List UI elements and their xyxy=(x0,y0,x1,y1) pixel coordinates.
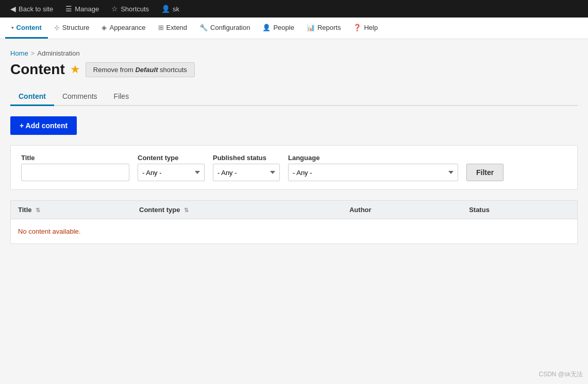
filter-published-status-label: Published status xyxy=(213,154,280,162)
shortcuts-menu[interactable]: ☆ Shortcuts xyxy=(105,0,155,18)
table-row-empty: No content available. xyxy=(11,219,578,244)
col-content-type[interactable]: Content type ⇅ xyxy=(132,201,342,219)
filter-content-type-select[interactable]: - Any - xyxy=(138,164,205,181)
page-title: Content xyxy=(10,61,65,78)
filter-published-status-select[interactable]: - Any - xyxy=(213,164,280,181)
filter-box: Title Content type - Any - Published sta… xyxy=(10,145,578,190)
nav-reports[interactable]: 📊 Reports xyxy=(300,18,347,39)
filter-published-status-field: Published status - Any - xyxy=(213,154,280,181)
content-table: Title ⇅ Content type ⇅ Author Status No … xyxy=(10,200,578,244)
col-author: Author xyxy=(342,201,462,219)
col-title[interactable]: Title ⇅ xyxy=(11,201,132,219)
content-icon: ▪ xyxy=(11,24,14,31)
filter-language-select[interactable]: - Any - xyxy=(288,164,458,181)
no-content-message: No content available. xyxy=(11,219,578,244)
filter-content-type-label: Content type xyxy=(138,154,205,162)
page-title-row: Content ★ Remove from Default shortcuts xyxy=(10,61,578,78)
filter-button[interactable]: Filter xyxy=(466,164,503,181)
breadcrumb-home[interactable]: Home xyxy=(10,49,28,57)
filter-content-type-field: Content type - Any - xyxy=(138,154,205,181)
nav-structure[interactable]: ⊹ Structure xyxy=(48,18,96,39)
add-content-button[interactable]: + Add content xyxy=(10,116,77,135)
table-body: No content available. xyxy=(11,219,578,244)
breadcrumb-separator: > xyxy=(31,49,35,57)
filter-language-field: Language - Any - xyxy=(288,154,458,181)
page-content: Home > Administration Content ★ Remove f… xyxy=(0,39,588,384)
tab-files[interactable]: Files xyxy=(106,88,138,106)
breadcrumb-current: Administration xyxy=(37,49,79,57)
back-icon: ◀ xyxy=(10,5,16,13)
sort-title-icon: ⇅ xyxy=(36,207,40,214)
filter-title-label: Title xyxy=(21,154,129,162)
nav-help[interactable]: ❓ Help xyxy=(347,18,384,39)
configuration-icon: 🔧 xyxy=(199,24,208,31)
extend-icon: ⊞ xyxy=(158,24,164,31)
manage-menu[interactable]: ☰ Manage xyxy=(59,0,105,18)
breadcrumb: Home > Administration xyxy=(10,49,578,57)
nav-appearance[interactable]: ◈ Appearance xyxy=(95,18,152,39)
help-icon: ❓ xyxy=(353,24,361,31)
nav-extend[interactable]: ⊞ Extend xyxy=(152,18,193,39)
remove-shortcut-button[interactable]: Remove from Default shortcuts xyxy=(86,62,195,77)
menu-icon: ☰ xyxy=(65,5,72,13)
filter-language-label: Language xyxy=(288,154,458,162)
tab-content[interactable]: Content xyxy=(10,88,54,106)
user-menu[interactable]: 👤 sk xyxy=(155,0,186,18)
back-to-site[interactable]: ◀ Back to site xyxy=(4,0,59,18)
nav-configuration[interactable]: 🔧 Configuration xyxy=(193,18,256,39)
reports-icon: 📊 xyxy=(307,24,315,31)
table-header: Title ⇅ Content type ⇅ Author Status xyxy=(11,201,578,219)
structure-icon: ⊹ xyxy=(54,24,60,31)
nav-content[interactable]: ▪ Content xyxy=(5,18,48,39)
watermark: CSDN @sk无法 xyxy=(539,370,583,379)
user-icon: 👤 xyxy=(161,5,170,13)
sort-content-type-icon: ⇅ xyxy=(184,207,189,214)
star-nav-icon: ☆ xyxy=(111,5,118,13)
filter-title-input[interactable] xyxy=(21,164,129,181)
content-tabs: Content Comments Files xyxy=(10,88,578,106)
shortcut-star-icon[interactable]: ★ xyxy=(70,63,80,76)
nav-people[interactable]: 👤 People xyxy=(256,18,300,39)
filter-title-field: Title xyxy=(21,154,129,181)
secondary-nav: ▪ Content ⊹ Structure ◈ Appearance ⊞ Ext… xyxy=(0,18,588,39)
tab-comments[interactable]: Comments xyxy=(54,88,106,106)
filter-row: Title Content type - Any - Published sta… xyxy=(21,154,567,181)
admin-bar: ◀ Back to site ☰ Manage ☆ Shortcuts 👤 sk xyxy=(0,0,588,18)
col-status: Status xyxy=(462,201,577,219)
people-icon: 👤 xyxy=(262,24,271,31)
appearance-icon: ◈ xyxy=(102,24,107,31)
